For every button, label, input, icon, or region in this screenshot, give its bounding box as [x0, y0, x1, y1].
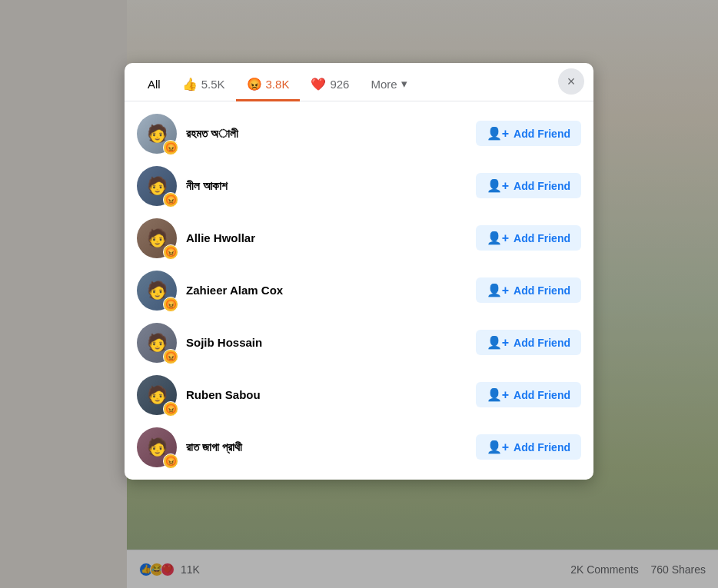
user-name: Ruben Sabou [186, 388, 467, 401]
user-name: Sojib Hossain [186, 336, 467, 349]
tab-more-label: More [371, 78, 397, 91]
add-friend-label: Add Friend [514, 441, 570, 453]
avatar-wrap: 🧑 😡 [137, 166, 177, 206]
add-friend-button[interactable]: 👤+ Add Friend [476, 434, 581, 460]
list-item: 🧑 😡 Zahieer Alam Cox 👤+ Add Friend [125, 264, 593, 317]
add-friend-button[interactable]: 👤+ Add Friend [476, 121, 581, 146]
add-friend-icon: 👤+ [487, 178, 509, 193]
add-friend-button[interactable]: 👤+ Add Friend [476, 173, 581, 198]
avatar-wrap: 🧑 😡 [137, 218, 177, 258]
tab-angry[interactable]: 😡 3.8K [236, 69, 301, 101]
add-friend-button[interactable]: 👤+ Add Friend [476, 225, 581, 251]
avatar-wrap: 🧑 😡 [137, 114, 177, 154]
tabs-header: All 👍 5.5K 😡 3.8K ❤️ 926 More ▾ × [125, 63, 593, 101]
love-emoji: ❤️ [311, 77, 326, 91]
add-friend-label: Add Friend [514, 389, 570, 401]
list-item: 🧑 😡 Ruben Sabou 👤+ Add Friend [125, 369, 593, 421]
add-friend-button[interactable]: 👤+ Add Friend [476, 277, 581, 303]
reaction-badge: 😡 [163, 349, 178, 364]
like-emoji: 👍 [182, 77, 198, 91]
add-friend-label: Add Friend [514, 128, 570, 140]
avatar-wrap: 🧑 😡 [137, 323, 177, 363]
user-name: রাত জাগা প্রাথী [186, 440, 467, 454]
add-friend-button[interactable]: 👤+ Add Friend [476, 330, 581, 355]
close-button[interactable]: × [558, 68, 584, 95]
list-item: 🧑 😡 Sojib Hossain 👤+ Add Friend [125, 317, 593, 369]
avatar-wrap: 🧑 😡 [137, 375, 177, 415]
reaction-badge: 😡 [163, 140, 178, 155]
reaction-badge: 😡 [163, 244, 178, 260]
list-item: 🧑 😡 রাত জাগা প্রাথী 👤+ Add Friend [125, 421, 593, 473]
add-friend-label: Add Friend [514, 337, 570, 349]
reaction-badge: 😡 [163, 192, 178, 208]
add-friend-label: Add Friend [514, 284, 570, 297]
angry-emoji: 😡 [247, 77, 262, 91]
avatar-wrap: 🧑 😡 [137, 271, 177, 311]
chevron-down-icon: ▾ [401, 77, 407, 91]
user-name: রহমত অ◌ালী [186, 127, 467, 141]
add-friend-icon: 👤+ [487, 335, 509, 350]
tab-all[interactable]: All [137, 70, 171, 101]
avatar-wrap: 🧑 😡 [137, 427, 177, 467]
user-list: 🧑 😡 রহমত অ◌ালী 👤+ Add Friend 🧑 😡 নীল আকা… [125, 101, 593, 480]
list-item: 🧑 😡 Allie Hwollar 👤+ Add Friend [125, 212, 593, 264]
tab-all-label: All [148, 78, 161, 91]
tab-like-count: 5.5K [201, 78, 225, 91]
user-name: নীল আকাশ [186, 179, 467, 193]
add-friend-button[interactable]: 👤+ Add Friend [476, 382, 581, 407]
add-friend-icon: 👤+ [487, 126, 509, 141]
user-name: Zahieer Alam Cox [186, 284, 467, 297]
modal-overlay: All 👍 5.5K 😡 3.8K ❤️ 926 More ▾ × [0, 0, 718, 588]
tab-like[interactable]: 👍 5.5K [171, 69, 236, 101]
reaction-badge: 😡 [163, 297, 178, 312]
tab-love-count: 926 [330, 78, 349, 91]
add-friend-icon: 👤+ [487, 440, 509, 454]
reaction-badge: 😡 [163, 401, 178, 417]
add-friend-icon: 👤+ [487, 231, 509, 245]
list-item: 🧑 😡 রহমত অ◌ালী 👤+ Add Friend [125, 108, 593, 160]
user-name: Allie Hwollar [186, 231, 467, 244]
add-friend-label: Add Friend [514, 232, 570, 244]
tab-more[interactable]: More ▾ [360, 69, 417, 101]
reaction-badge: 😡 [163, 453, 178, 469]
reactions-modal: All 👍 5.5K 😡 3.8K ❤️ 926 More ▾ × [125, 63, 593, 480]
add-friend-label: Add Friend [514, 180, 570, 192]
add-friend-icon: 👤+ [487, 387, 509, 402]
list-item: 🧑 😡 নীল আকাশ 👤+ Add Friend [125, 160, 593, 212]
add-friend-icon: 👤+ [487, 283, 509, 297]
tab-love[interactable]: ❤️ 926 [300, 69, 360, 101]
tab-angry-count: 3.8K [266, 78, 290, 91]
